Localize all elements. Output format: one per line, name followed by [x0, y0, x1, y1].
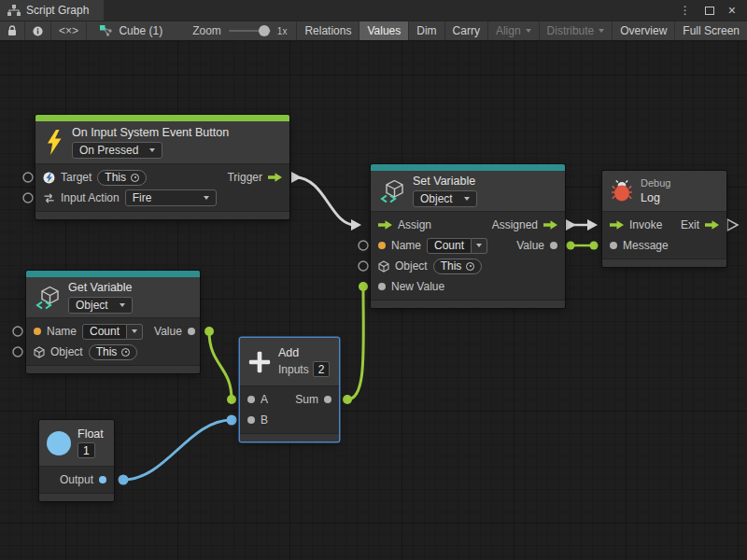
- object-label: Object: [50, 345, 83, 358]
- value-port[interactable]: [188, 328, 195, 335]
- input-action-label: Input Action: [61, 191, 120, 204]
- node-title: Get Variable: [68, 281, 133, 294]
- assigned-flow-port[interactable]: [543, 220, 557, 230]
- wire-sum-newvalue[interactable]: [347, 287, 363, 399]
- tab-script-graph[interactable]: Script Graph: [0, 0, 104, 21]
- info-button[interactable]: [25, 21, 51, 40]
- name-port[interactable]: [34, 328, 41, 335]
- exit-port-triangle[interactable]: [727, 219, 738, 231]
- object-row: Object This: [371, 256, 565, 276]
- sum-label: Sum: [295, 393, 318, 406]
- object-picker[interactable]: This: [433, 259, 483, 274]
- node-footer: [371, 300, 565, 308]
- b-port[interactable]: [247, 416, 255, 424]
- zoom-slider-knob[interactable]: [259, 25, 270, 36]
- plus-icon: [247, 350, 272, 374]
- event-mode-dropdown[interactable]: On Pressed: [72, 142, 162, 159]
- trigger-flow-port[interactable]: [268, 173, 282, 182]
- object-picker-icon: [466, 262, 474, 271]
- window-maximize-icon[interactable]: [705, 7, 714, 15]
- object-picker-icon: [131, 174, 139, 182]
- window-close-icon[interactable]: ×: [728, 4, 736, 17]
- toolbar-button-fullscreen[interactable]: Full Screen: [675, 21, 747, 40]
- input-action-dropdown[interactable]: Fire: [125, 189, 217, 206]
- dropdown-arrow-icon: [132, 329, 137, 333]
- node-title: On Input System Event Button: [72, 126, 229, 139]
- input-action-icon: [43, 192, 55, 204]
- flow-out-arrow: [291, 172, 302, 183]
- toolbar-button-overview[interactable]: Overview: [613, 21, 675, 40]
- dropdown-arrow-icon: [120, 303, 125, 307]
- node-float[interactable]: Float 1 Output: [39, 420, 114, 501]
- float-circle-icon: [47, 431, 71, 455]
- target-object-picker[interactable]: This: [97, 170, 147, 186]
- dropdown-arrow-icon: [204, 196, 209, 200]
- wire-getvalue-a[interactable]: [209, 331, 232, 399]
- object-cube-icon: [378, 260, 389, 273]
- toolbar-button-values[interactable]: Values: [359, 21, 409, 40]
- variable-kind-dropdown[interactable]: Object: [68, 297, 133, 314]
- dropdown-arrow-icon: [526, 29, 531, 33]
- assign-flow-port[interactable]: [378, 220, 392, 230]
- name-label: Name: [391, 239, 421, 252]
- node-set-variable[interactable]: Set Variable Object Assign Assigned: [371, 164, 565, 308]
- sum-port[interactable]: [324, 396, 331, 403]
- lightning-bolt-icon: [45, 130, 63, 155]
- zoom-slider[interactable]: [229, 30, 271, 32]
- node-on-input-system-event-button[interactable]: On Input System Event Button On Pressed …: [35, 115, 289, 219]
- node-add[interactable]: Add Inputs 2 A Sum B: [240, 338, 339, 441]
- zoom-value: 1x: [271, 21, 297, 40]
- wire-trigger-assign[interactable]: [295, 177, 355, 225]
- name-label: Name: [47, 325, 77, 338]
- assigned-label: Assigned: [492, 218, 538, 231]
- graph-tab-icon: [7, 5, 21, 16]
- node-title: Float: [78, 427, 104, 441]
- variable-name-dropdown[interactable]: Count: [427, 238, 487, 254]
- value-label: Value: [516, 239, 544, 252]
- a-port[interactable]: [247, 396, 255, 403]
- toolbar-button-relations[interactable]: Relations: [296, 21, 359, 40]
- exit-label: Exit: [681, 218, 699, 231]
- trigger-label: Trigger: [227, 171, 262, 184]
- message-port[interactable]: [610, 242, 617, 249]
- inputs-value-field[interactable]: 2: [313, 361, 331, 377]
- value-port[interactable]: [550, 242, 557, 249]
- node-debug-log[interactable]: Debug Log Invoke Exit: [602, 171, 726, 267]
- value-label: Value: [154, 325, 182, 338]
- toolbar-button-dim[interactable]: Dim: [409, 21, 444, 40]
- invoke-flow-port[interactable]: [610, 220, 624, 230]
- toolbar-button-align[interactable]: Align: [488, 21, 540, 40]
- float-value-field[interactable]: 1: [78, 442, 95, 458]
- node-get-variable[interactable]: Get Variable Object Name Count V: [26, 271, 200, 373]
- node-footer: [35, 211, 289, 219]
- graph-target-label: Cube (1): [119, 24, 162, 37]
- variable-kind-dropdown[interactable]: Object: [413, 190, 477, 207]
- lock-button[interactable]: [0, 21, 25, 40]
- inputs-label: Inputs: [278, 363, 309, 376]
- name-port[interactable]: [378, 242, 386, 249]
- script-graph-window: Script Graph ⋮ × <×>: [0, 0, 747, 560]
- node-title: Log: [641, 191, 670, 204]
- object-picker[interactable]: This: [89, 344, 138, 360]
- b-row: B: [240, 410, 339, 430]
- dropdown-arrow-icon: [464, 197, 470, 201]
- new-value-port[interactable]: [378, 283, 386, 290]
- wire-float-b[interactable]: [123, 420, 232, 480]
- bug-icon: [612, 180, 632, 202]
- target-label: Target: [61, 171, 92, 184]
- a-sum-row: A Sum: [240, 389, 339, 410]
- graph-toolbar: <×> Cube (1) Zoom 1x Relations Values Di…: [0, 21, 747, 41]
- flow-in-arrow: [587, 219, 598, 231]
- window-menu-icon[interactable]: ⋮: [680, 4, 691, 17]
- output-port[interactable]: [99, 476, 106, 483]
- output-row: Output: [39, 469, 114, 490]
- code-view-button[interactable]: <×>: [51, 21, 87, 40]
- graph-target-button[interactable]: Cube (1): [92, 21, 170, 40]
- toolbar-button-carry[interactable]: Carry: [445, 21, 488, 40]
- exit-flow-port[interactable]: [705, 220, 719, 230]
- graph-canvas[interactable]: On Input System Event Button On Pressed …: [0, 41, 747, 560]
- dropdown-arrow-icon: [476, 244, 482, 247]
- toolbar-button-distribute[interactable]: Distribute: [540, 21, 613, 40]
- variable-accent-bar: [26, 271, 200, 277]
- variable-name-dropdown[interactable]: Count: [82, 324, 143, 340]
